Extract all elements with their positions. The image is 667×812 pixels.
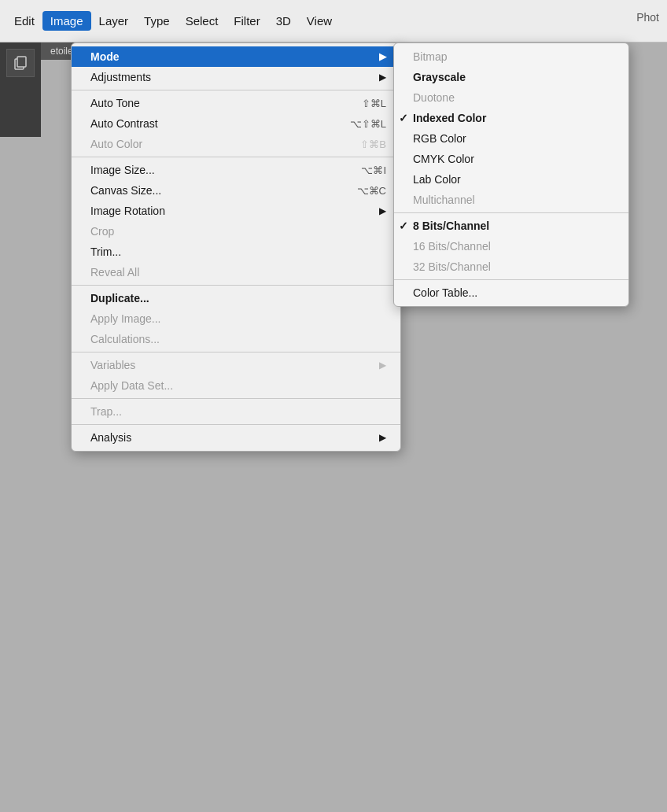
menu-3d[interactable]: 3D bbox=[268, 11, 299, 31]
8-bits-check-icon: ✓ bbox=[399, 220, 408, 232]
mode-cmyk-color[interactable]: CMYK Color bbox=[394, 149, 628, 169]
menu-item-mode[interactable]: Mode ▶ bbox=[72, 46, 400, 67]
menu-filter[interactable]: Filter bbox=[226, 11, 267, 31]
variables-arrow-icon: ▶ bbox=[363, 360, 386, 371]
mode-8-bits[interactable]: ✓ 8 Bits/Channel bbox=[394, 216, 628, 236]
menu-item-duplicate-label: Duplicate... bbox=[90, 292, 149, 304]
mode-bitmap: Bitmap bbox=[394, 46, 628, 67]
mode-lab-color-label: Lab Color bbox=[413, 173, 461, 186]
mode-arrow-icon: ▶ bbox=[363, 51, 386, 62]
menu-item-adjustments[interactable]: Adjustments ▶ bbox=[72, 67, 400, 87]
menu-item-trap: Trap... bbox=[72, 401, 400, 422]
adjustments-arrow-icon: ▶ bbox=[363, 72, 386, 83]
mode-cmyk-color-label: CMYK Color bbox=[413, 153, 474, 165]
menu-item-apply-image-label: Apply Image... bbox=[90, 312, 161, 325]
menu-view[interactable]: View bbox=[299, 11, 340, 31]
menu-item-auto-color-label: Auto Color bbox=[90, 138, 142, 150]
menu-type[interactable]: Type bbox=[136, 11, 178, 31]
mode-rgb-color-label: RGB Color bbox=[413, 132, 466, 145]
mode-32-bits: 32 Bits/Channel bbox=[394, 257, 628, 277]
menu-item-image-rotation-label: Image Rotation bbox=[90, 205, 165, 217]
auto-color-shortcut: ⇧⌘B bbox=[345, 138, 386, 150]
mode-duotone: Duotone bbox=[394, 87, 628, 108]
separator-3 bbox=[72, 285, 400, 286]
mode-16-bits: 16 Bits/Channel bbox=[394, 236, 628, 257]
menu-item-variables: Variables ▶ bbox=[72, 355, 400, 375]
menu-item-mode-label: Mode bbox=[90, 50, 120, 63]
mode-bitmap-label: Bitmap bbox=[413, 50, 448, 63]
mode-32-bits-label: 32 Bits/Channel bbox=[413, 260, 491, 273]
menu-item-adjustments-label: Adjustments bbox=[90, 71, 151, 83]
separator-5 bbox=[72, 398, 400, 399]
menu-item-trim-label: Trim... bbox=[90, 245, 121, 258]
menu-item-calculations-label: Calculations... bbox=[90, 333, 160, 345]
mode-multichannel: Multichannel bbox=[394, 190, 628, 210]
menu-edit[interactable]: Edit bbox=[6, 11, 42, 31]
menubar: Edit Image Layer Type Select Filter 3D V… bbox=[0, 0, 667, 42]
indexed-color-check-icon: ✓ bbox=[399, 112, 408, 124]
toolbar bbox=[0, 42, 41, 137]
auto-tone-shortcut: ⇧⌘L bbox=[346, 98, 386, 109]
menu-layer[interactable]: Layer bbox=[91, 11, 137, 31]
ps-label: Phot bbox=[636, 11, 659, 24]
separator-4 bbox=[72, 352, 400, 352]
image-menu: Mode ▶ Adjustments ▶ Auto Tone ⇧⌘L Auto … bbox=[71, 42, 401, 452]
mode-color-table[interactable]: Color Table... bbox=[394, 282, 628, 303]
menu-item-reveal-all-label: Reveal All bbox=[90, 266, 139, 279]
toolbar-icon-copy[interactable] bbox=[6, 49, 35, 77]
image-size-shortcut: ⌥⌘I bbox=[345, 164, 386, 176]
mode-submenu: Bitmap Grayscale Duotone ✓ Indexed Color… bbox=[393, 42, 629, 307]
mode-separator-2 bbox=[394, 279, 628, 280]
mode-8-bits-label: 8 Bits/Channel bbox=[413, 220, 489, 232]
menu-item-crop: Crop bbox=[72, 221, 400, 242]
mode-grayscale[interactable]: Grayscale bbox=[394, 67, 628, 87]
auto-contrast-shortcut: ⌥⇧⌘L bbox=[334, 118, 386, 130]
menu-item-duplicate[interactable]: Duplicate... bbox=[72, 288, 400, 308]
separator-6 bbox=[72, 424, 400, 425]
mode-rgb-color[interactable]: RGB Color bbox=[394, 128, 628, 149]
menu-item-canvas-size-label: Canvas Size... bbox=[90, 184, 161, 197]
canvas-size-shortcut: ⌥⌘C bbox=[341, 185, 386, 197]
menu-item-auto-tone[interactable]: Auto Tone ⇧⌘L bbox=[72, 93, 400, 113]
mode-lab-color[interactable]: Lab Color bbox=[394, 169, 628, 190]
menu-item-image-size-label: Image Size... bbox=[90, 164, 155, 176]
analysis-arrow-icon: ▶ bbox=[363, 432, 386, 443]
menu-item-auto-color: Auto Color ⇧⌘B bbox=[72, 134, 400, 154]
menu-item-auto-tone-label: Auto Tone bbox=[90, 97, 140, 109]
menu-item-apply-data-set: Apply Data Set... bbox=[72, 375, 400, 396]
image-rotation-arrow-icon: ▶ bbox=[363, 205, 386, 216]
mode-separator-1 bbox=[394, 212, 628, 213]
mode-indexed-color[interactable]: ✓ Indexed Color bbox=[394, 108, 628, 128]
menu-select[interactable]: Select bbox=[178, 11, 227, 31]
mode-duotone-label: Duotone bbox=[413, 91, 455, 104]
mode-grayscale-label: Grayscale bbox=[413, 71, 466, 83]
menu-item-image-size[interactable]: Image Size... ⌥⌘I bbox=[72, 160, 400, 180]
separator-1 bbox=[72, 90, 400, 90]
menu-item-crop-label: Crop bbox=[90, 225, 114, 238]
menu-item-variables-label: Variables bbox=[90, 359, 135, 371]
menu-item-auto-contrast[interactable]: Auto Contrast ⌥⇧⌘L bbox=[72, 113, 400, 134]
separator-2 bbox=[72, 157, 400, 157]
svg-rect-1 bbox=[17, 57, 26, 67]
mode-multichannel-label: Multichannel bbox=[413, 194, 475, 206]
menu-item-trim[interactable]: Trim... bbox=[72, 242, 400, 262]
menu-item-calculations: Calculations... bbox=[72, 329, 400, 349]
menu-item-image-rotation[interactable]: Image Rotation ▶ bbox=[72, 201, 400, 221]
menu-item-canvas-size[interactable]: Canvas Size... ⌥⌘C bbox=[72, 180, 400, 201]
menu-image[interactable]: Image bbox=[42, 11, 91, 31]
mode-color-table-label: Color Table... bbox=[413, 286, 477, 299]
menu-item-analysis-label: Analysis bbox=[90, 431, 131, 444]
menu-item-auto-contrast-label: Auto Contrast bbox=[90, 117, 158, 130]
menu-item-apply-data-set-label: Apply Data Set... bbox=[90, 379, 173, 392]
mode-indexed-color-label: Indexed Color bbox=[413, 112, 486, 124]
menu-item-trap-label: Trap... bbox=[90, 405, 122, 418]
menu-item-analysis[interactable]: Analysis ▶ bbox=[72, 427, 400, 448]
menu-item-apply-image: Apply Image... bbox=[72, 308, 400, 329]
mode-16-bits-label: 16 Bits/Channel bbox=[413, 240, 491, 253]
menu-item-reveal-all: Reveal All bbox=[72, 262, 400, 282]
